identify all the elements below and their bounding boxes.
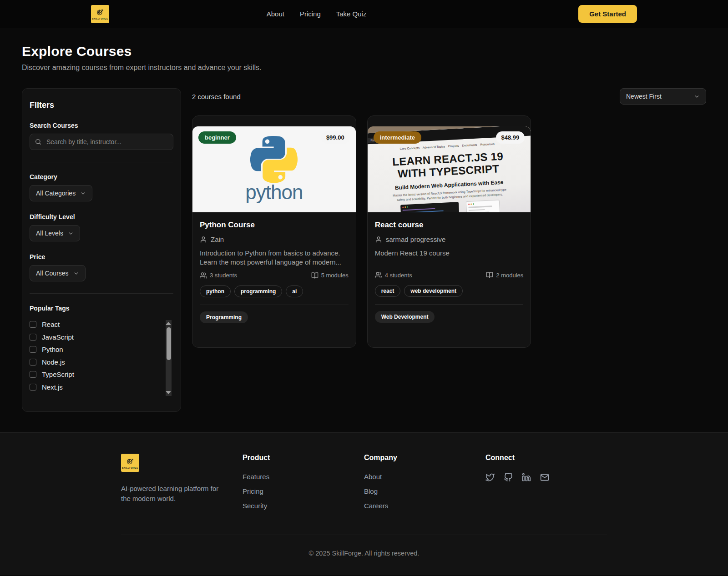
footer-connect-column: Connect bbox=[485, 454, 607, 516]
tag-option-react[interactable]: React bbox=[30, 318, 162, 331]
difficulty-select[interactable]: All Levels bbox=[30, 225, 80, 241]
price-badge: $48.99 bbox=[496, 131, 525, 144]
price-label: Price bbox=[30, 253, 173, 260]
course-card-python[interactable]: beginner $99.00 python Python Course Zai… bbox=[192, 115, 356, 348]
course-description: Modern React 19 course bbox=[375, 249, 524, 267]
footer-product-column: Product Features Pricing Security bbox=[243, 454, 364, 516]
footer-link-careers[interactable]: Careers bbox=[364, 502, 485, 510]
scrollbar-thumb[interactable] bbox=[167, 327, 171, 360]
category-select[interactable]: All Categories bbox=[30, 185, 92, 201]
tag-option-python[interactable]: Python bbox=[30, 343, 162, 356]
nav-link-about[interactable]: About bbox=[267, 10, 284, 18]
search-icon bbox=[35, 138, 42, 145]
tags-scrollbar[interactable] bbox=[166, 320, 172, 396]
chevron-down-icon bbox=[694, 94, 700, 100]
course-tag: react bbox=[375, 285, 401, 297]
category-value: All Categories bbox=[36, 190, 76, 197]
code-editor-thumbnail bbox=[400, 202, 460, 212]
course-description: Introduction to Python from basics to ad… bbox=[200, 249, 349, 267]
top-navbar: SKILLFORGE About Pricing Take Quiz Get S… bbox=[0, 0, 728, 28]
page-title: Explore Courses bbox=[22, 28, 706, 59]
checkbox[interactable] bbox=[30, 371, 36, 378]
popular-tags-list: React JavaScript Python Node.js TypeScri… bbox=[30, 318, 173, 393]
product-title: Product bbox=[243, 454, 364, 462]
nav-link-take-quiz[interactable]: Take Quiz bbox=[336, 10, 367, 18]
book-open-icon bbox=[311, 272, 318, 279]
github-icon[interactable] bbox=[504, 473, 513, 482]
sort-value: Newest First bbox=[626, 93, 662, 100]
scroll-down-arrow[interactable] bbox=[166, 391, 171, 394]
footer-link-blog[interactable]: Blog bbox=[364, 487, 485, 495]
price-badge: $99.00 bbox=[321, 131, 350, 144]
instructor-name: sarmad progressive bbox=[386, 235, 446, 243]
divider bbox=[30, 162, 173, 162]
price-select[interactable]: All Courses bbox=[30, 265, 86, 281]
course-tag: python bbox=[200, 285, 231, 297]
category-label: Category bbox=[30, 173, 173, 180]
modules-count: 2 modules bbox=[486, 271, 523, 279]
tag-option-javascript[interactable]: JavaScript bbox=[30, 331, 162, 344]
users-icon bbox=[375, 271, 382, 279]
checkbox[interactable] bbox=[30, 384, 36, 391]
divider bbox=[375, 304, 524, 305]
search-input[interactable] bbox=[30, 134, 173, 150]
copyright: © 2025 SkillForge. All rights reserved. bbox=[121, 535, 607, 575]
main-nav: About Pricing Take Quiz bbox=[267, 10, 367, 18]
footer-link-about[interactable]: About bbox=[364, 473, 485, 481]
brand-logo[interactable]: SKILLFORGE bbox=[91, 5, 109, 23]
results-section: 2 courses found Newest First beginner $9… bbox=[192, 88, 706, 348]
tag-option-nextjs[interactable]: Next.js bbox=[30, 381, 162, 394]
scroll-up-arrow[interactable] bbox=[166, 322, 171, 325]
level-badge: intermediate bbox=[374, 131, 421, 144]
course-image-python: beginner $99.00 python bbox=[192, 126, 356, 212]
chevron-down-icon bbox=[68, 230, 74, 236]
get-started-button[interactable]: Get Started bbox=[578, 5, 637, 23]
course-title[interactable]: Python Course bbox=[200, 220, 349, 230]
company-title: Company bbox=[364, 454, 485, 462]
python-logo-icon bbox=[250, 135, 298, 183]
sort-select[interactable]: Newest First bbox=[620, 88, 706, 105]
main-content: Explore Courses Discover amazing courses… bbox=[0, 28, 728, 432]
nav-link-pricing[interactable]: Pricing bbox=[300, 10, 321, 18]
popular-tags-label: Popular Tags bbox=[30, 305, 173, 312]
course-tag: web development bbox=[404, 285, 463, 297]
book-open-icon bbox=[486, 271, 493, 279]
modules-count: 5 modules bbox=[311, 272, 349, 279]
tag-option-nodejs[interactable]: Node.js bbox=[30, 356, 162, 369]
checkbox[interactable] bbox=[30, 321, 36, 328]
footer-link-security[interactable]: Security bbox=[243, 502, 364, 510]
users-icon bbox=[200, 272, 207, 279]
instructor-name: Zain bbox=[211, 235, 224, 243]
results-count: 2 courses found bbox=[192, 93, 241, 100]
checkbox[interactable] bbox=[30, 359, 36, 366]
twitter-icon[interactable] bbox=[485, 473, 495, 482]
footer-brand: SKILLFORGE AI-powered learning platform … bbox=[121, 454, 243, 516]
category-badge: Web Development bbox=[375, 311, 435, 323]
checkbox[interactable] bbox=[30, 346, 36, 353]
brain-arrow-icon bbox=[126, 457, 135, 466]
search-label: Search Courses bbox=[30, 122, 173, 129]
footer-tagline: AI-powered learning platform for the mod… bbox=[121, 484, 226, 504]
user-icon bbox=[200, 236, 207, 243]
brain-arrow-icon bbox=[96, 8, 105, 17]
course-tag: ai bbox=[286, 285, 303, 297]
footer: SKILLFORGE AI-powered learning platform … bbox=[0, 432, 728, 575]
course-image-react: intermediate $48.99 React Course - YouTu… bbox=[368, 126, 531, 212]
brand-name: SKILLFORGE bbox=[92, 17, 108, 20]
linkedin-icon[interactable] bbox=[522, 473, 531, 482]
course-card-react[interactable]: intermediate $48.99 React Course - YouTu… bbox=[367, 115, 531, 348]
courses-grid: beginner $99.00 python Python Course Zai… bbox=[192, 115, 706, 348]
footer-link-pricing[interactable]: Pricing bbox=[243, 487, 364, 495]
divider bbox=[200, 305, 349, 305]
tag-option-typescript[interactable]: TypeScript bbox=[30, 368, 162, 381]
chevron-down-icon bbox=[73, 270, 79, 276]
category-badge: Programming bbox=[200, 311, 248, 323]
filters-title: Filters bbox=[30, 100, 173, 110]
footer-logo[interactable]: SKILLFORGE bbox=[121, 454, 139, 472]
checkbox[interactable] bbox=[30, 334, 36, 341]
page-subtitle: Discover amazing courses from expert ins… bbox=[22, 64, 706, 72]
diagram-thumbnail bbox=[466, 200, 501, 212]
footer-link-features[interactable]: Features bbox=[243, 473, 364, 481]
course-title[interactable]: React course bbox=[375, 220, 524, 230]
email-icon[interactable] bbox=[540, 473, 549, 482]
